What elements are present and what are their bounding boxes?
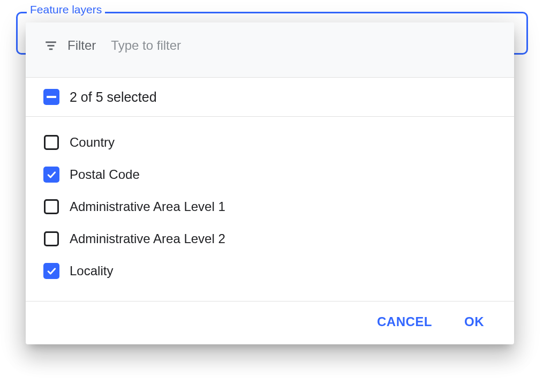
svg-rect-1 [48, 45, 55, 47]
dialog-actions: CANCEL OK [26, 301, 514, 344]
checkbox-country[interactable] [43, 134, 60, 151]
option-locality[interactable]: Locality [26, 255, 514, 287]
svg-rect-0 [46, 41, 56, 43]
feature-layers-legend: Feature layers [27, 4, 105, 16]
select-all-row[interactable]: 2 of 5 selected [26, 78, 514, 117]
option-country[interactable]: Country [26, 126, 514, 159]
select-all-label: 2 of 5 selected [70, 89, 157, 105]
filter-list-icon [44, 39, 58, 52]
canvas: Feature layers Filter 2 of 5 selected [0, 0, 543, 392]
svg-rect-2 [49, 48, 53, 50]
option-postal-code[interactable]: Postal Code [26, 159, 514, 191]
filter-label: Filter [67, 38, 96, 53]
checkbox-admin-area-1[interactable] [43, 198, 60, 215]
option-label: Country [70, 135, 115, 149]
select-all-checkbox[interactable] [43, 88, 60, 105]
option-admin-area-2[interactable]: Administrative Area Level 2 [26, 223, 514, 255]
multiselect-menu: Filter 2 of 5 selected Country [26, 22, 514, 344]
checkbox-admin-area-2[interactable] [43, 230, 60, 247]
option-label: Administrative Area Level 1 [70, 200, 225, 214]
checkbox-locality[interactable] [43, 262, 60, 280]
option-label: Locality [70, 264, 113, 278]
option-label: Postal Code [70, 168, 140, 182]
option-admin-area-1[interactable]: Administrative Area Level 1 [26, 191, 514, 223]
option-list: Country Postal Code Administrative Area … [26, 117, 514, 301]
option-label: Administrative Area Level 2 [70, 232, 225, 246]
filter-bar: Filter [26, 22, 514, 78]
filter-input[interactable] [110, 37, 496, 54]
cancel-button[interactable]: CANCEL [374, 312, 435, 331]
ok-button[interactable]: OK [461, 312, 487, 331]
checkbox-postal-code[interactable] [43, 166, 60, 183]
